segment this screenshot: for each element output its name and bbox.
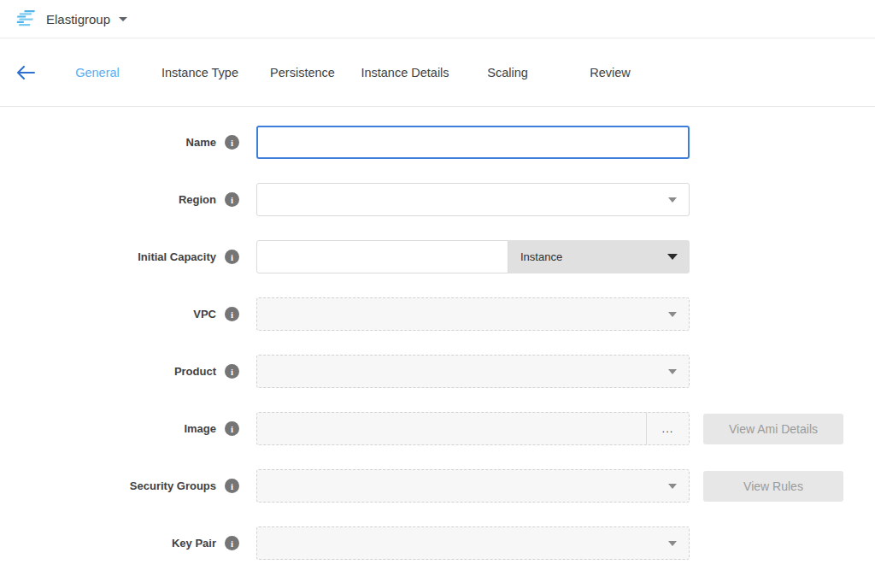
form-row-product: Product i bbox=[0, 355, 875, 388]
general-settings-form: Name i Region i Initial Capacity i Insta… bbox=[0, 107, 875, 560]
capacity-unit-value: Instance bbox=[520, 250, 562, 263]
vpc-label: VPC bbox=[193, 308, 216, 320]
info-icon[interactable]: i bbox=[225, 307, 239, 321]
image-input: ... bbox=[256, 412, 690, 445]
tab-review[interactable]: Review bbox=[559, 66, 661, 79]
form-row-key-pair: Key Pair i bbox=[0, 526, 875, 560]
top-bar: Elastigroup bbox=[0, 0, 875, 38]
tab-persistence[interactable]: Persistence bbox=[251, 66, 354, 79]
chevron-down-icon[interactable] bbox=[119, 17, 127, 21]
info-icon[interactable]: i bbox=[225, 250, 239, 264]
capacity-unit-select[interactable]: Instance bbox=[508, 240, 690, 273]
product-label: Product bbox=[174, 365, 216, 378]
form-row-image: Image i ... View Ami Details bbox=[0, 412, 875, 445]
product-select bbox=[256, 355, 690, 388]
info-icon[interactable]: i bbox=[225, 135, 239, 150]
view-rules-button[interactable]: View Rules bbox=[703, 471, 843, 502]
info-icon[interactable]: i bbox=[225, 421, 239, 436]
wizard-tab-bar: General Instance Type Persistence Instan… bbox=[0, 38, 875, 107]
tab-instance-details[interactable]: Instance Details bbox=[354, 66, 456, 79]
name-label: Name bbox=[186, 136, 216, 149]
chevron-down-icon bbox=[667, 254, 678, 260]
chevron-down-icon bbox=[668, 197, 677, 203]
info-icon[interactable]: i bbox=[225, 364, 239, 379]
initial-capacity-label: Initial Capacity bbox=[138, 250, 216, 263]
image-label: Image bbox=[184, 422, 216, 435]
tab-instance-type[interactable]: Instance Type bbox=[149, 66, 251, 79]
initial-capacity-group: Instance bbox=[256, 240, 690, 273]
info-icon[interactable]: i bbox=[225, 192, 239, 207]
chevron-down-icon bbox=[668, 369, 677, 374]
key-pair-label: Key Pair bbox=[172, 537, 216, 550]
key-pair-select bbox=[256, 526, 690, 560]
tab-list: General Instance Type Persistence Instan… bbox=[46, 66, 661, 79]
info-icon[interactable]: i bbox=[225, 479, 239, 493]
initial-capacity-input[interactable] bbox=[256, 240, 508, 273]
chevron-down-icon bbox=[668, 312, 677, 317]
back-arrow-button[interactable] bbox=[15, 62, 36, 83]
form-row-region: Region i bbox=[0, 183, 875, 216]
form-row-name: Name i bbox=[0, 126, 875, 159]
vpc-select bbox=[256, 297, 690, 331]
tab-general[interactable]: General bbox=[46, 66, 149, 79]
security-groups-select bbox=[256, 469, 690, 503]
tab-scaling[interactable]: Scaling bbox=[456, 66, 559, 79]
app-title[interactable]: Elastigroup bbox=[46, 12, 110, 26]
security-groups-label: Security Groups bbox=[130, 479, 216, 492]
elastigroup-logo-icon[interactable] bbox=[14, 9, 36, 28]
name-input[interactable] bbox=[256, 126, 690, 159]
info-icon[interactable]: i bbox=[225, 536, 239, 550]
view-ami-details-button[interactable]: View Ami Details bbox=[703, 414, 843, 444]
region-select[interactable] bbox=[256, 183, 690, 216]
form-row-initial-capacity: Initial Capacity i Instance bbox=[0, 240, 875, 273]
chevron-down-icon bbox=[668, 484, 677, 489]
chevron-down-icon bbox=[668, 541, 677, 546]
form-row-vpc: VPC i bbox=[0, 297, 875, 331]
form-row-security-groups: Security Groups i View Rules bbox=[0, 469, 875, 503]
region-label: Region bbox=[179, 193, 216, 206]
browse-image-button[interactable]: ... bbox=[646, 413, 689, 444]
